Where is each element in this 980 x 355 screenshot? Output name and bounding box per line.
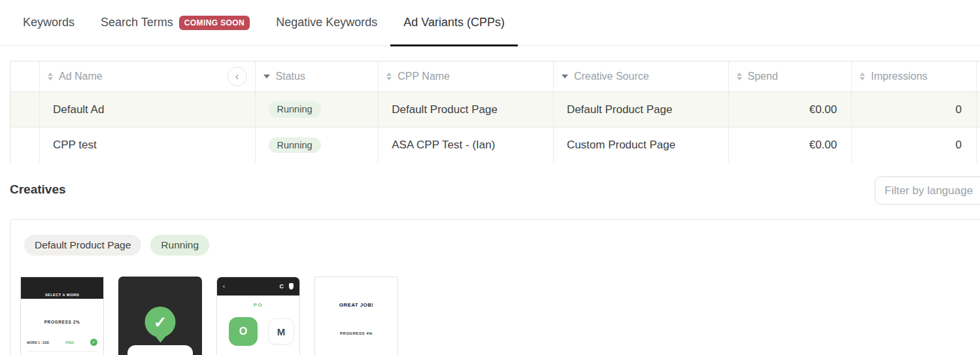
filter-caret-icon[interactable]: [562, 75, 568, 78]
letters-card: [127, 345, 193, 355]
tab-search-terms[interactable]: Search Terms COMING SOON: [88, 0, 263, 46]
creatives-heading: Creatives: [10, 182, 66, 197]
table-header-row: Ad Name ‹ Status CPP Name Creative Sourc…: [10, 61, 980, 92]
phone-header: SELECT A WORD: [21, 277, 103, 299]
letter-tile: M: [268, 318, 294, 345]
column-label: Spend: [748, 71, 778, 82]
impressions-cell: 0: [852, 92, 977, 127]
column-label: Ad Name: [59, 71, 103, 82]
creatives-group-card: Default Product Page Running SELECT A WO…: [10, 219, 980, 355]
word-label: WORD 1 : EXE: [27, 341, 49, 345]
check-pin-icon: ✓: [145, 307, 176, 337]
header-impressions[interactable]: Impressions: [852, 61, 977, 92]
group-status-pill: Running: [150, 235, 209, 256]
group-pills: Default Product Page Running: [24, 235, 209, 256]
phone-header-title: SELECT A WORD: [45, 293, 79, 297]
tab-label: Keywords: [23, 16, 75, 29]
column-label: Impressions: [871, 71, 927, 82]
creative-source-cell: Custom Product Page: [554, 127, 729, 163]
sort-icon[interactable]: [48, 73, 53, 80]
spend-cell: €0.00: [729, 127, 853, 163]
column-label: Creative Source: [574, 71, 649, 82]
column-label: CPP Name: [397, 71, 450, 82]
letter-tile: O: [229, 317, 258, 346]
header-blank-cell: [10, 61, 40, 92]
spend-cell: €0.00: [729, 92, 853, 127]
header-creative-source[interactable]: Creative Source: [554, 61, 729, 92]
ad-name-cell: CPP test: [40, 127, 256, 163]
header-cutoff-cell: [977, 61, 980, 92]
ad-variants-table: Ad Name ‹ Status CPP Name Creative Sourc…: [10, 61, 980, 163]
chevron-left-icon: ‹: [235, 70, 239, 83]
collapse-column-button[interactable]: ‹: [228, 67, 247, 86]
progress-text: PROGRESS 4%: [315, 331, 397, 335]
row-cutoff-cell: [977, 92, 980, 127]
word-value: FREE: [65, 341, 74, 345]
cpp-name-cell: Default Product Page: [379, 92, 554, 127]
tab-label: Negative Keywords: [276, 16, 377, 29]
great-job-text: GREAT JOB!: [315, 302, 397, 308]
creative-thumbnail-word-select[interactable]: SELECT A WORD PROGRESS 2% WORD 1 : EXE F…: [20, 277, 104, 355]
status-badge: Running: [269, 137, 321, 154]
row-cutoff-cell: [977, 127, 980, 163]
refresh-icon: C: [280, 283, 284, 290]
status-cell: Running: [256, 92, 379, 127]
tab-negative-keywords[interactable]: Negative Keywords: [263, 0, 390, 46]
tab-ad-variants-cpps[interactable]: Ad Variants (CPPs): [390, 0, 518, 46]
back-chevron-icon: ‹: [223, 283, 225, 290]
filter-caret-icon[interactable]: [263, 75, 270, 78]
phone-toolbar: ‹ C: [217, 277, 299, 296]
sort-icon[interactable]: [386, 73, 392, 80]
status-cell: Running: [256, 127, 379, 163]
progress-text: PROGRESS 2%: [21, 320, 103, 324]
table-row[interactable]: Default Ad Running Default Product Page …: [10, 92, 980, 127]
creative-thumbnail-success[interactable]: ✓: [118, 277, 202, 355]
coming-soon-badge: COMING SOON: [179, 16, 250, 30]
row-blank-cell: [10, 127, 40, 163]
check-icon: ✓: [90, 339, 97, 346]
header-cpp-name[interactable]: CPP Name: [379, 61, 554, 92]
creative-thumbnails: SELECT A WORD PROGRESS 2% WORD 1 : EXE F…: [20, 277, 398, 355]
word-row: WORD 1 : EXE FREE ✓: [27, 339, 97, 352]
creative-source-cell: Default Product Page: [554, 92, 729, 127]
header-spend[interactable]: Spend: [729, 61, 853, 92]
current-word-text: PO: [217, 302, 299, 308]
tab-label: Search Terms: [101, 16, 173, 29]
tile-grid: O M: [229, 317, 299, 355]
filter-by-language-input[interactable]: [875, 177, 980, 205]
column-label: Status: [276, 71, 305, 82]
creative-thumbnail-letter-tiles[interactable]: ‹ C PO O M: [216, 277, 300, 355]
status-badge: Running: [269, 101, 321, 118]
group-name-pill: Default Product Page: [24, 235, 141, 256]
shield-icon: [289, 283, 294, 290]
impressions-cell: 0: [852, 127, 977, 163]
header-ad-name[interactable]: Ad Name ‹: [40, 61, 256, 92]
cpp-name-cell: ASA CPP Test - (Ian): [379, 127, 554, 163]
sort-icon[interactable]: [860, 73, 865, 80]
sort-icon[interactable]: [737, 73, 742, 80]
tab-label: Ad Variants (CPPs): [403, 16, 505, 29]
ad-name-cell: Default Ad: [40, 92, 256, 127]
tab-bar: Keywords Search Terms COMING SOON Negati…: [0, 0, 980, 46]
creative-thumbnail-great-job[interactable]: GREAT JOB! PROGRESS 4%: [314, 277, 398, 355]
tab-keywords[interactable]: Keywords: [10, 0, 88, 46]
table-row[interactable]: CPP test Running ASA CPP Test - (Ian) Cu…: [10, 127, 980, 163]
header-status[interactable]: Status: [256, 61, 379, 92]
row-blank-cell: [10, 92, 40, 127]
